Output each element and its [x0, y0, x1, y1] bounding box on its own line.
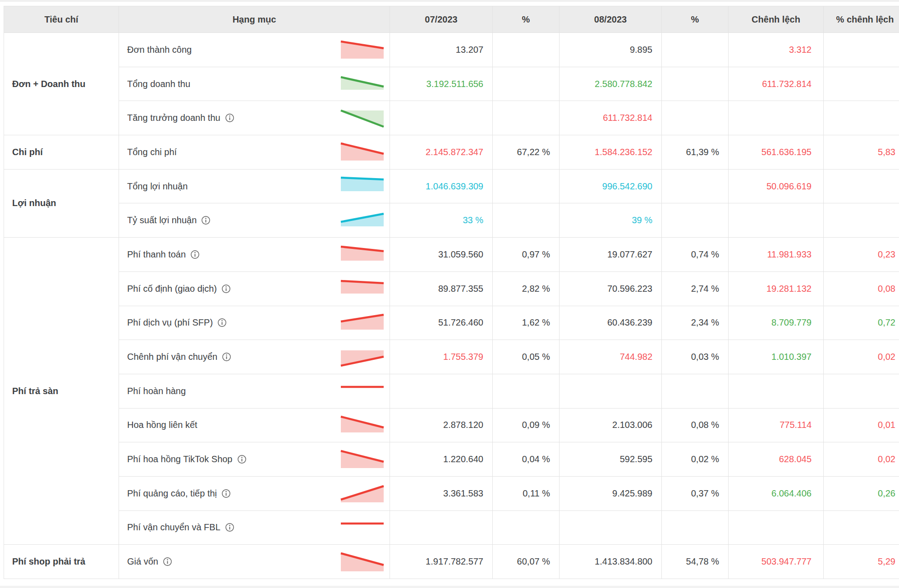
value-cell: 592.595: [560, 442, 662, 477]
info-icon[interactable]: [190, 250, 200, 259]
item-cell: Phí cố định (giao dịch): [119, 271, 390, 306]
group-cell: Phí trả sàn: [4, 238, 119, 545]
value-cell: [824, 33, 899, 67]
page-top-strip: [0, 0, 899, 2]
value-cell: 2.580.778.842: [560, 67, 662, 101]
info-icon-wrap[interactable]: [190, 250, 200, 259]
info-icon[interactable]: [222, 352, 231, 362]
value-cell: 0,26: [824, 476, 899, 510]
info-icon[interactable]: [221, 284, 231, 294]
info-icon[interactable]: [201, 216, 211, 225]
profit-metrics-table: Tiêu chí Hạng mục 07/2023 % 08/2023 % Ch…: [4, 6, 899, 579]
value-cell: 8.709.779: [729, 306, 824, 340]
info-icon[interactable]: [217, 318, 227, 327]
value-cell: [729, 203, 824, 238]
column-header-chenh-lech: Chênh lệch: [729, 6, 824, 33]
info-icon-wrap[interactable]: [225, 113, 234, 123]
table-row: Phí cố định (giao dịch)89.877.3552,82 %7…: [4, 271, 899, 306]
info-icon-wrap[interactable]: [225, 523, 234, 532]
value-cell: [662, 203, 729, 238]
item-label: Tỷ suất lợi nhuận: [127, 215, 197, 225]
info-icon-wrap[interactable]: [221, 489, 231, 498]
value-cell: 5,83: [824, 135, 899, 170]
item-inner: Phí cố định (giao dịch): [127, 278, 390, 299]
value-cell: 50.096.619: [729, 169, 824, 203]
item-label: Phí hoa hồng TikTok Shop: [127, 454, 233, 464]
info-icon-wrap[interactable]: [221, 284, 231, 294]
value-cell: [662, 169, 729, 203]
table-row: Phí hoa hồng TikTok Shop1.220.6400,04 %5…: [4, 442, 899, 477]
column-header-07-2023: 07/2023: [390, 6, 493, 33]
value-cell: 2.145.872.347: [390, 135, 493, 170]
sparkline-chart: [340, 278, 384, 299]
sparkline-chart: [340, 312, 384, 333]
value-cell: 1.917.782.577: [390, 545, 493, 579]
sparkline-chart: [340, 551, 384, 572]
item-inner: Tổng chi phí: [127, 142, 390, 162]
value-cell: 2,82 %: [493, 271, 560, 306]
group-cell: Đơn + Doanh thu: [4, 33, 119, 135]
value-cell: 0,02: [824, 442, 899, 477]
value-cell: 70.596.223: [560, 271, 662, 306]
value-cell: [662, 510, 729, 545]
item-inner: Giá vốn: [127, 551, 390, 572]
value-cell: 2,34 %: [662, 306, 729, 340]
value-cell: [493, 510, 560, 545]
item-inner: Đơn thành công: [127, 39, 390, 60]
value-cell: 61,39 %: [662, 135, 729, 170]
item-inner: Phí thanh toán: [127, 244, 390, 265]
value-cell: 1.413.834.800: [560, 545, 662, 579]
item-cell: Hoa hồng liên kết: [119, 408, 390, 442]
info-icon[interactable]: [225, 523, 234, 532]
value-cell: 19.281.132: [729, 271, 824, 306]
value-cell: 1.010.397: [729, 340, 824, 374]
item-cell: Phí thanh toán: [119, 238, 390, 272]
info-icon[interactable]: [221, 489, 231, 498]
value-cell: 561.636.195: [729, 135, 824, 170]
item-label: Đơn thành công: [127, 45, 192, 55]
info-icon[interactable]: [163, 557, 172, 566]
info-icon-wrap[interactable]: [163, 557, 172, 566]
item-label: Tăng trưởng doanh thu: [127, 113, 220, 123]
item-cell: Phí dịch vụ (phí SFP): [119, 306, 390, 340]
column-header-pct-08-2023: %: [662, 6, 729, 33]
info-icon-wrap[interactable]: [201, 216, 211, 225]
value-cell: 1,62 %: [493, 306, 560, 340]
item-inner: Tỷ suất lợi nhuận: [127, 210, 390, 231]
value-cell: 628.045: [729, 442, 824, 477]
item-label: Tổng doanh thu: [127, 79, 190, 89]
header-row: Tiêu chí Hạng mục 07/2023 % 08/2023 % Ch…: [4, 6, 899, 33]
info-icon-wrap[interactable]: [237, 455, 247, 464]
value-cell: 2.878.120: [390, 408, 493, 442]
info-icon-wrap[interactable]: [217, 318, 227, 327]
value-cell: [493, 101, 560, 135]
item-inner: Hoa hồng liên kết: [127, 415, 390, 436]
item-label: Hoa hồng liên kết: [127, 420, 197, 430]
info-icon-wrap[interactable]: [222, 352, 231, 362]
item-cell: Phí quảng cáo, tiếp thị: [119, 476, 390, 510]
value-cell: 611.732.814: [560, 101, 662, 135]
item-cell: Phí vận chuyển và FBL: [119, 510, 390, 545]
item-inner: Tăng trưởng doanh thu: [127, 108, 390, 129]
table-row: Chi phíTổng chi phí2.145.872.34767,22 %1…: [4, 135, 899, 170]
sparkline-chart: [340, 381, 384, 401]
item-label: Tổng lợi nhuận: [127, 181, 188, 192]
value-cell: 1.584.236.152: [560, 135, 662, 170]
group-cell: Phí shop phải trả: [4, 545, 119, 579]
value-cell: 60.436.239: [560, 306, 662, 340]
value-cell: 0,97 %: [493, 238, 560, 272]
value-cell: [729, 374, 824, 408]
item-cell: Chênh phí vận chuyển: [119, 340, 390, 374]
item-label: Phí cố định (giao dịch): [127, 284, 217, 294]
info-icon[interactable]: [225, 113, 234, 123]
value-cell: 9.895: [560, 33, 662, 67]
value-cell: 11.981.933: [729, 238, 824, 272]
value-cell: [824, 67, 899, 101]
value-cell: [493, 374, 560, 408]
column-header-08-2023: 08/2023: [560, 6, 662, 33]
info-icon[interactable]: [237, 455, 247, 464]
table-row: Tổng doanh thu3.192.511.6562.580.778.842…: [4, 67, 899, 101]
value-cell: 2,74 %: [662, 271, 729, 306]
sparkline-chart: [340, 39, 384, 60]
item-cell: Tổng chi phí: [119, 135, 390, 170]
